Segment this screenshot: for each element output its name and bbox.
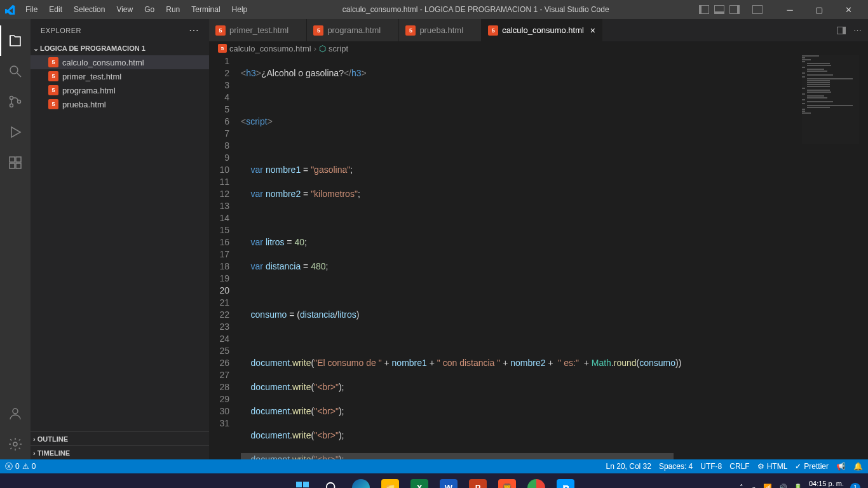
taskbar-brave[interactable]: 🦁: [494, 475, 520, 489]
system-tray[interactable]: ˄ ☁ 📶 🔊 🔋 04:15 p. m. 31/07/2022 1: [740, 480, 860, 489]
svg-rect-11: [303, 482, 309, 487]
menu-run[interactable]: Run: [161, 3, 185, 17]
taskbar-vscode[interactable]: ⧉: [553, 475, 578, 489]
horizontal-scrollbar[interactable]: [241, 453, 859, 459]
status-bell-icon[interactable]: 🔔: [853, 462, 863, 471]
maximize-button[interactable]: ▢: [804, 0, 834, 19]
start-button[interactable]: [290, 475, 315, 489]
menu-edit[interactable]: Edit: [44, 3, 67, 17]
tray-battery-icon[interactable]: 🔋: [794, 484, 803, 488]
chevron-down-icon: ⌄: [33, 44, 39, 53]
status-encoding[interactable]: UTF-8: [700, 462, 722, 471]
split-editor-icon[interactable]: [837, 27, 846, 34]
editor-area: 5primer_test.html× 5programa.html× 5prue…: [209, 19, 868, 459]
html-file-icon: 5: [488, 25, 498, 36]
status-eol[interactable]: CRLF: [729, 462, 749, 471]
taskbar-word[interactable]: W: [436, 475, 461, 489]
taskbar-excel[interactable]: X: [407, 475, 432, 489]
svg-point-1: [10, 97, 13, 100]
file-calculo-consumo[interactable]: 5calculo_consumo.html: [31, 55, 209, 69]
menu-selection[interactable]: Selection: [69, 3, 110, 17]
svg-rect-10: [296, 482, 302, 487]
layout-controls[interactable]: [699, 5, 763, 14]
status-language[interactable]: ⚙ HTML: [757, 462, 788, 471]
window-title: calculo_consumo.html - LOGICA DE PROGRAM…: [252, 5, 699, 14]
status-spaces[interactable]: Spaces: 4: [659, 462, 693, 471]
status-prettier[interactable]: ✓ Prettier: [795, 462, 829, 471]
status-feedback-icon[interactable]: 📢: [836, 462, 846, 471]
timeline-section[interactable]: › TIMELINE: [31, 445, 209, 459]
more-actions-icon[interactable]: ⋯: [853, 25, 862, 35]
menu-go[interactable]: Go: [139, 3, 159, 17]
file-prueba[interactable]: 5prueba.html: [31, 97, 209, 111]
status-errors[interactable]: ⓧ 0 ⚠ 0: [5, 461, 36, 472]
titlebar: File Edit Selection View Go Run Terminal…: [0, 0, 868, 19]
html-file-icon: 5: [48, 71, 58, 81]
taskbar-clock[interactable]: 04:15 p. m. 31/07/2022: [809, 480, 844, 489]
sidebar-title: EXPLORER: [41, 27, 81, 34]
search-icon[interactable]: [0, 56, 31, 86]
code-editor[interactable]: 1234567891011121314151617181920212223242…: [209, 55, 868, 459]
tray-volume-icon[interactable]: 🔊: [778, 484, 787, 488]
svg-rect-7: [16, 163, 21, 168]
source-control-icon[interactable]: [0, 86, 31, 117]
outline-section[interactable]: › OUTLINE: [31, 431, 209, 445]
svg-point-2: [10, 104, 13, 107]
breadcrumb-file: calculo_consumo.html: [229, 44, 311, 53]
tabs-bar: 5primer_test.html× 5programa.html× 5prue…: [209, 19, 868, 41]
sidebar-header: EXPLORER ⋯: [31, 19, 209, 41]
menu-terminal[interactable]: Terminal: [186, 3, 225, 17]
html-file-icon: 5: [313, 25, 323, 36]
menu-help[interactable]: Help: [227, 3, 253, 17]
breadcrumb-symbol: script: [329, 44, 348, 53]
breadcrumb[interactable]: 5 calculo_consumo.html › ⬡ script: [209, 41, 868, 55]
folder-root[interactable]: ⌄ LOGICA DE PROGRAMACION 1: [31, 41, 209, 55]
taskbar-search-icon[interactable]: [319, 475, 344, 489]
menu-bar: File Edit Selection View Go Run Terminal…: [20, 3, 252, 17]
html-file-icon: 5: [218, 44, 227, 53]
windows-taskbar: 📁 X W P 🦁 ⧉ ˄ ☁ 📶 🔊 🔋 04:15 p. m. 31/07/…: [0, 473, 868, 488]
activity-bar: [0, 19, 31, 459]
statusbar: ⓧ 0 ⚠ 0 Ln 20, Col 32 Spaces: 4 UTF-8 CR…: [0, 459, 868, 473]
tab-primer-test[interactable]: 5primer_test.html×: [209, 19, 307, 41]
file-programa[interactable]: 5programa.html: [31, 83, 209, 97]
close-button[interactable]: ✕: [834, 0, 863, 19]
line-gutter: 1234567891011121314151617181920212223242…: [209, 55, 241, 459]
status-cursor-position[interactable]: Ln 20, Col 32: [606, 462, 651, 471]
notification-badge[interactable]: 1: [850, 483, 860, 489]
tray-chevron-icon[interactable]: ˄: [740, 484, 743, 488]
sidebar-more-icon[interactable]: ⋯: [189, 24, 200, 36]
tab-programa[interactable]: 5programa.html×: [307, 19, 399, 41]
svg-point-0: [10, 66, 18, 74]
html-file-icon: 5: [405, 25, 416, 36]
settings-gear-icon[interactable]: [0, 429, 31, 459]
file-primer-test[interactable]: 5primer_test.html: [31, 69, 209, 83]
taskbar-edge[interactable]: [348, 475, 374, 489]
extensions-icon[interactable]: [0, 147, 31, 178]
accounts-icon[interactable]: [0, 398, 31, 429]
run-debug-icon[interactable]: [0, 117, 31, 147]
taskbar-chrome[interactable]: [524, 475, 549, 489]
close-icon[interactable]: ×: [590, 25, 595, 36]
html-file-icon: 5: [48, 85, 58, 95]
tab-prueba[interactable]: 5prueba.html×: [399, 19, 482, 41]
html-file-icon: 5: [48, 99, 58, 109]
code-content[interactable]: <h3>¿Alcohol o gasolina?</h3> <script> v…: [241, 55, 868, 459]
html-file-icon: 5: [215, 25, 226, 36]
explorer-icon[interactable]: [0, 25, 31, 56]
svg-rect-5: [16, 157, 21, 162]
menu-file[interactable]: File: [20, 3, 43, 17]
svg-point-14: [327, 482, 335, 488]
file-list: 5calculo_consumo.html 5primer_test.html …: [31, 55, 209, 431]
taskbar-powerpoint[interactable]: P: [465, 475, 491, 489]
minimize-button[interactable]: ─: [775, 0, 804, 19]
svg-point-8: [13, 409, 18, 414]
tray-onedrive-icon[interactable]: ☁: [750, 484, 757, 488]
vscode-logo-icon: [5, 4, 15, 15]
svg-rect-6: [10, 163, 15, 168]
taskbar-explorer[interactable]: 📁: [377, 475, 403, 489]
svg-point-9: [13, 442, 17, 446]
menu-view[interactable]: View: [111, 3, 138, 17]
tray-wifi-icon[interactable]: 📶: [763, 484, 772, 488]
tab-calculo-consumo[interactable]: 5calculo_consumo.html×: [482, 19, 602, 41]
